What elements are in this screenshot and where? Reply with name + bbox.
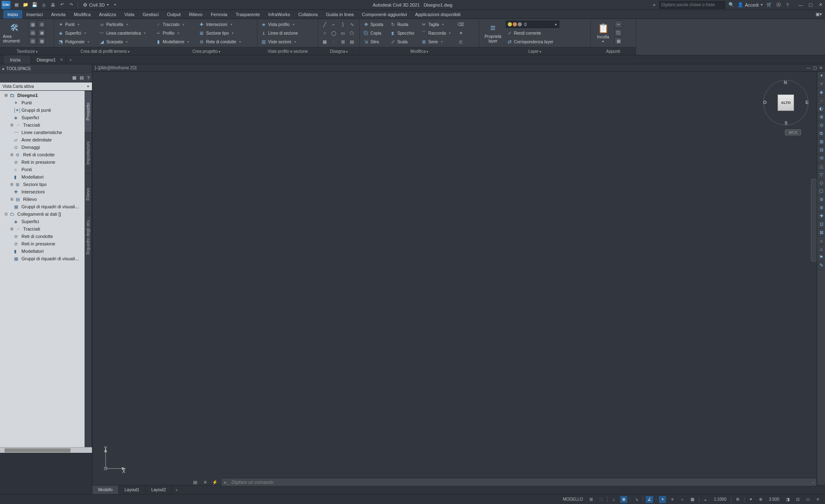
ruota-button[interactable]: ↻Ruota: [389, 21, 415, 28]
status-dyn-icon[interactable]: +: [659, 496, 666, 503]
layouttab-add[interactable]: +: [172, 485, 181, 494]
tree-root[interactable]: ⊟🗀Disegno1: [0, 92, 85, 99]
viewcube-e[interactable]: E: [806, 100, 808, 105]
layouttab-layout2[interactable]: Layout2: [146, 485, 172, 494]
toolspace-view-combo[interactable]: Vista Carta attiva▼: [0, 82, 92, 91]
panel-title-layer[interactable]: Layer: [528, 49, 541, 54]
app-store-icon[interactable]: Ⓐ: [776, 2, 781, 8]
tab-modifica[interactable]: Modifica: [70, 10, 95, 19]
sidetab-rilievo[interactable]: Rilievo: [85, 173, 92, 214]
viewport-label[interactable]: [–][Alto][Wireframe 2D]: [95, 66, 137, 70]
tab-ferrovia[interactable]: Ferrovia: [207, 10, 231, 19]
superfici-dropdown[interactable]: ◈Superfici▼: [57, 29, 91, 37]
qat-save-icon[interactable]: 💾: [31, 2, 38, 8]
panel-title-tavolozze[interactable]: Tavolozze: [16, 49, 38, 54]
copia-button[interactable]: ⿻Copia: [362, 29, 384, 37]
status-annoscale-icon[interactable]: ⟁: [702, 496, 709, 503]
paste-spec-button[interactable]: ▦: [615, 37, 622, 45]
tree-node[interactable]: ⊙Drenaggi: [0, 144, 85, 151]
qat-undo-icon[interactable]: ↶: [59, 2, 65, 8]
tree-node[interactable]: ▦Gruppi di riquadri di visuali...: [0, 203, 85, 210]
cmd-close-icon[interactable]: ✕: [201, 478, 209, 486]
panel-title-crea-progetto[interactable]: Crea progetto: [156, 49, 257, 54]
maximize-icon[interactable]: ▢: [808, 2, 813, 8]
cmd-history-icon[interactable]: ▤: [191, 478, 199, 486]
status-custom-icon[interactable]: ≡: [814, 496, 822, 503]
qat-more-icon[interactable]: ▼: [112, 2, 118, 8]
rt-btn[interactable]: ⟲: [817, 154, 825, 163]
rt-btn[interactable]: ✦: [817, 72, 825, 80]
vp-min-icon[interactable]: —: [806, 66, 811, 70]
layouttab-layout1[interactable]: Layout1: [119, 485, 146, 494]
explode-icon[interactable]: ✴: [457, 29, 464, 37]
palette-btn-6[interactable]: ▦: [38, 37, 45, 45]
rt-btn[interactable]: △: [817, 163, 825, 171]
status-elev-icon[interactable]: ⊕: [757, 496, 764, 503]
tab-applicazioni[interactable]: Applicazioni disponibili: [411, 10, 464, 19]
tree-node[interactable]: ⊞▤Rilievo: [0, 195, 85, 203]
tab-trasparente[interactable]: Trasparente: [231, 10, 264, 19]
qat-print-icon[interactable]: 🖶: [50, 2, 56, 8]
tab-collabora[interactable]: Collabora: [294, 10, 322, 19]
status-tpy-icon[interactable]: ⟐: [679, 496, 686, 503]
qat-redo-icon[interactable]: ↷: [68, 2, 74, 8]
status-hw-icon[interactable]: ⊡: [794, 496, 801, 503]
scarpata-dropdown[interactable]: ◢Scarpata▼: [98, 38, 147, 45]
tree-node[interactable]: ⊞⊞Sezioni tipo: [0, 181, 85, 188]
circle-icon[interactable]: ○: [321, 29, 328, 37]
tree-root2[interactable]: ⊟🗀Collegamenti ai dati []: [0, 210, 85, 218]
cmd-recent-icon[interactable]: ▴: [812, 480, 814, 484]
tree-node[interactable]: ⊞⊖Reti di condotte: [0, 151, 85, 158]
sposta-button[interactable]: ✥Sposta: [362, 21, 384, 28]
viewcube[interactable]: N S E O ALTO: [763, 80, 808, 125]
modellatore-dropdown[interactable]: ▮Modellatore▼: [155, 38, 191, 45]
status-osnap-icon[interactable]: ↘: [633, 496, 640, 503]
tree-node[interactable]: ▮Modellatori: [0, 173, 85, 181]
copy-clip-button[interactable]: ⿻: [615, 29, 622, 36]
intersezioni-dropdown[interactable]: ✚Intersezioni▼: [198, 21, 243, 28]
cart-icon[interactable]: 🛒: [766, 2, 772, 8]
rt-btn[interactable]: ⊠: [817, 228, 825, 237]
rt-btn[interactable]: ◇: [817, 179, 825, 187]
palette-btn-2[interactable]: ▤: [29, 29, 36, 36]
ellipse-icon[interactable]: ◯: [330, 29, 337, 37]
search-input[interactable]: Digitare parola chiave o frase: [659, 1, 725, 9]
taglia-dropdown[interactable]: ✂Taglia▼: [420, 21, 452, 28]
tree-node[interactable]: ◈Superfici: [0, 114, 85, 121]
tab-componenti[interactable]: Componenti aggiuntivi: [358, 10, 411, 19]
viste-sezioni-dropdown[interactable]: ▥Viste sezioni▼: [260, 38, 299, 45]
minimize-icon[interactable]: —: [798, 2, 804, 8]
rt-btn[interactable]: ⊙: [817, 121, 825, 130]
tree-node[interactable]: ✦Punti: [0, 99, 85, 106]
rt-btn[interactable]: ⊛: [817, 204, 825, 212]
command-input[interactable]: ▸_ Digitare un comando ▴: [221, 478, 817, 486]
viewcube-s[interactable]: S: [785, 120, 787, 125]
rt-btn[interactable]: ◈: [817, 88, 825, 97]
rt-btn[interactable]: ▽: [817, 171, 825, 179]
tree-node[interactable]: 〰Linee caratteristiche: [0, 129, 85, 136]
tree-node[interactable]: ▦Gruppi di riquadri di visuali...: [0, 255, 85, 262]
tab-analizza[interactable]: Analizza: [95, 10, 120, 19]
panel-title-crea-dati[interactable]: Crea dati di profili terreno: [54, 49, 156, 54]
tree-node[interactable]: ⊖Reti di condotte: [0, 233, 85, 240]
close-icon[interactable]: ✕: [818, 2, 823, 8]
rt-btn[interactable]: ⬡: [817, 187, 825, 195]
ts-tool-2[interactable]: ▤: [80, 75, 84, 80]
profilo-dropdown[interactable]: ⩫Profilo▼: [155, 29, 191, 37]
layouttab-modello[interactable]: Modello: [92, 485, 119, 494]
rect-icon[interactable]: ▭: [339, 29, 346, 37]
drawing-canvas[interactable]: N S E O ALTO WCS Y X ✦ ✧ ◈ ⟋ ◐ ⊕ ⊙: [92, 72, 825, 485]
sidetab-riquadro[interactable]: Riquadro degli stru...: [85, 214, 92, 256]
tab-gestisci[interactable]: Gestisci: [139, 10, 163, 19]
palette-btn-1[interactable]: ▦: [29, 21, 36, 28]
linee-sezione-button[interactable]: ⫫Linee di sezione: [260, 29, 299, 37]
status-scale[interactable]: 1:1000: [712, 496, 728, 503]
ts-tool-1[interactable]: ▦: [72, 75, 76, 80]
filetab-disegno1[interactable]: Disegno1✕: [31, 55, 66, 64]
rt-btn[interactable]: ✚: [817, 212, 825, 220]
filetab-inizia[interactable]: Inizia: [4, 55, 31, 64]
sidetab-prospetto[interactable]: Prospetto: [85, 91, 92, 132]
tab-infraworks[interactable]: InfraWorks: [264, 10, 294, 19]
tab-rilievo[interactable]: Rilievo: [185, 10, 207, 19]
status-otrack-icon[interactable]: ∠: [646, 496, 653, 503]
